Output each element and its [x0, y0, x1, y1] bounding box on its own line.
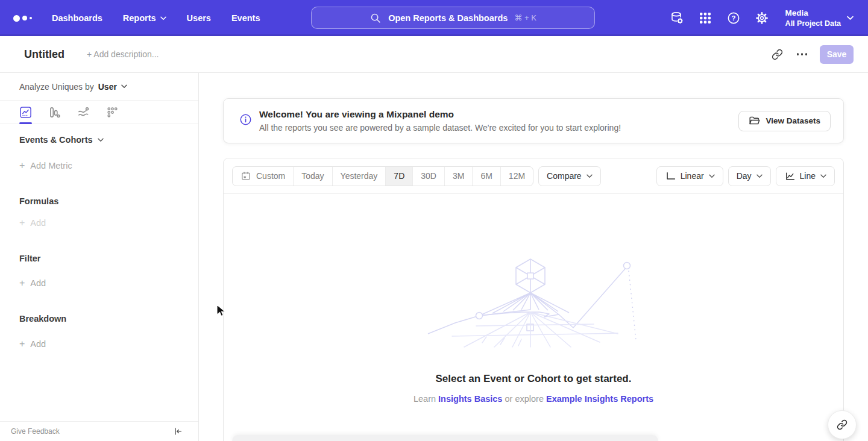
date-range-yesterday[interactable]: Yesterday [332, 167, 386, 186]
tab-retention-icon[interactable] [106, 106, 119, 119]
copy-link-icon[interactable] [771, 48, 784, 61]
settings-gear-icon[interactable] [755, 11, 769, 25]
add-breakdown-label: Add [30, 339, 46, 349]
nav-dashboards-label: Dashboards [52, 13, 102, 23]
add-filter-button[interactable]: + Add [19, 278, 179, 289]
report-description-placeholder[interactable]: + Add description... [87, 49, 159, 59]
analyze-label: Analyze Uniques by [19, 82, 94, 92]
formulas-section-heading: Formulas [19, 196, 179, 206]
scale-dropdown[interactable]: Linear [656, 166, 723, 186]
folder-icon [749, 116, 760, 126]
chevron-down-icon [121, 84, 127, 89]
nav-users[interactable]: Users [187, 13, 211, 23]
save-button[interactable]: Save [820, 45, 854, 64]
mixpanel-logo-icon[interactable] [13, 15, 32, 22]
nav-dashboards[interactable]: Dashboards [52, 13, 102, 23]
global-search[interactable]: Open Reports & Dashboards ⌘ + K [311, 7, 595, 29]
breakdown-label: Breakdown [19, 314, 66, 324]
chevron-down-icon [820, 174, 826, 178]
report-canvas: Custom Today Yesterday 7D 30D 3M 6M 12M … [223, 158, 844, 441]
plus-icon: + [19, 339, 25, 349]
chevron-down-icon [98, 138, 104, 142]
date-range-12m[interactable]: 12M [500, 167, 533, 186]
view-datasets-label: View Datasets [766, 116, 820, 125]
plus-icon: + [19, 217, 25, 228]
nav-reports-label: Reports [123, 13, 156, 23]
example-reports-link[interactable]: Example Insights Reports [546, 394, 653, 404]
events-cohorts-label: Events & Cohorts [19, 135, 93, 145]
query-builder-sidebar: Analyze Uniques by User [0, 73, 199, 441]
plus-icon: + [19, 160, 25, 171]
date-range-7d-label: 7D [394, 171, 404, 181]
analyze-by-value: User [98, 82, 117, 92]
add-formula-button[interactable]: + Add [19, 217, 179, 228]
add-breakdown-button[interactable]: + Add [19, 339, 179, 349]
analyze-by-dropdown[interactable]: User [98, 82, 127, 92]
chart-type-label: Line [800, 171, 816, 181]
give-feedback-link[interactable]: Give Feedback [11, 427, 60, 436]
svg-text:?: ? [731, 14, 735, 22]
apps-grid-icon[interactable] [698, 11, 712, 25]
chevron-down-icon [847, 16, 854, 20]
insights-basics-link[interactable]: Insights Basics [438, 394, 502, 404]
banner-body: All the reports you see are powered by a… [259, 123, 621, 133]
nav-users-label: Users [187, 13, 211, 23]
empty-state-title: Select an Event or Cohort to get started… [224, 373, 843, 385]
empty-state-subtitle: Learn Insights Basics or explore Example… [224, 394, 843, 404]
breakdown-section-heading: Breakdown [19, 314, 179, 324]
tab-insights-chart-icon[interactable] [19, 106, 32, 119]
search-placeholder: Open Reports & Dashboards [388, 13, 508, 23]
filter-label: Filter [19, 254, 40, 263]
compare-dropdown[interactable]: Compare [538, 166, 601, 186]
empty-state: Select an Event or Cohort to get started… [224, 194, 843, 404]
middle-text: or explore [505, 394, 543, 404]
more-options-icon[interactable] [797, 53, 808, 55]
date-range-7d[interactable]: 7D [385, 167, 412, 186]
scale-label: Linear [681, 171, 704, 181]
date-range-selector: Custom Today Yesterday 7D 30D 3M 6M 12M [232, 166, 533, 186]
chart-controls-bar: Custom Today Yesterday 7D 30D 3M 6M 12M … [224, 158, 843, 194]
events-cohorts-section[interactable]: Events & Cohorts [19, 135, 179, 145]
interval-dropdown[interactable]: Day [728, 166, 771, 186]
collapse-sidebar-icon[interactable] [173, 427, 183, 436]
line-chart-icon [784, 170, 795, 181]
info-icon [239, 113, 252, 128]
nav-reports[interactable]: Reports [123, 13, 166, 23]
add-metric-button[interactable]: + Add Metric [19, 160, 179, 171]
add-formula-label: Add [30, 218, 46, 228]
date-range-3m[interactable]: 3M [444, 167, 472, 186]
date-range-6m[interactable]: 6M [472, 167, 500, 186]
date-range-3m-label: 3M [453, 171, 464, 181]
data-management-icon[interactable] [670, 11, 684, 25]
chevron-down-icon [587, 174, 593, 178]
add-filter-label: Add [30, 278, 46, 288]
banner-title: Welcome! You are viewing a Mixpanel demo [259, 109, 621, 120]
formulas-label: Formulas [19, 196, 58, 206]
date-range-yesterday-label: Yesterday [341, 171, 378, 181]
learn-prefix: Learn [414, 394, 436, 404]
tab-bar-chart-icon[interactable] [48, 106, 61, 119]
view-datasets-button[interactable]: View Datasets [738, 111, 831, 131]
date-range-30d[interactable]: 30D [412, 167, 444, 186]
tab-flows-icon[interactable] [77, 106, 90, 119]
report-title[interactable]: Untitled [24, 48, 64, 61]
date-range-custom-label: Custom [256, 171, 285, 181]
project-switcher[interactable]: Media All Project Data [785, 8, 854, 28]
nav-events[interactable]: Events [231, 13, 260, 23]
project-scope: All Project Data [785, 19, 841, 28]
plus-icon: + [19, 278, 25, 289]
project-name: Media [785, 8, 841, 19]
chevron-down-icon [160, 16, 166, 20]
help-icon[interactable]: ? [726, 11, 741, 25]
search-icon [370, 12, 382, 24]
share-link-fab[interactable] [828, 410, 857, 439]
date-range-custom[interactable]: Custom [233, 167, 293, 186]
chevron-down-icon [756, 174, 763, 178]
filter-section-heading: Filter [19, 254, 179, 263]
chart-type-dropdown[interactable]: Line [776, 166, 835, 186]
bottom-panel-handle[interactable] [232, 435, 658, 441]
date-range-6m-label: 6M [480, 171, 492, 181]
date-range-today[interactable]: Today [293, 167, 332, 186]
chevron-down-icon [709, 174, 715, 178]
report-header: Untitled + Add description... Save [0, 36, 868, 73]
